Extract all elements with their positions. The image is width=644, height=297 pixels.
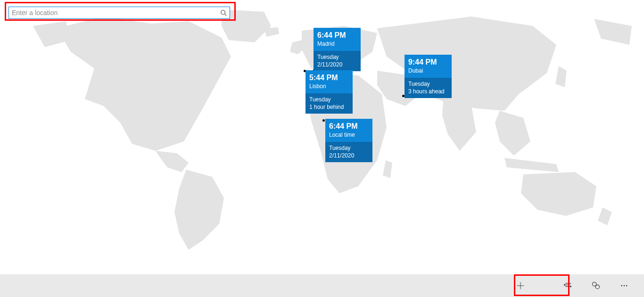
clock-time: 6:44 PM [329, 122, 369, 131]
clock-city: Lisbon [309, 83, 349, 91]
location-search[interactable] [8, 7, 230, 19]
svg-point-8 [595, 285, 599, 289]
location-search-input[interactable] [9, 9, 217, 16]
more-button[interactable] [610, 274, 638, 297]
clock-day: Tuesday [317, 53, 357, 61]
command-bar [0, 274, 644, 297]
svg-point-9 [621, 285, 622, 286]
clock-time: 5:44 PM [309, 73, 349, 82]
clock-card-local[interactable]: 6:44 PMLocal timeTuesday2/11/2020 [325, 119, 372, 162]
svg-point-10 [624, 285, 625, 286]
clock-card-dubai[interactable]: 9:44 PMDubaiTuesday3 hours ahead [405, 55, 452, 98]
clock-city: Dubai [408, 67, 448, 75]
svg-point-0 [221, 10, 225, 15]
clock-detail: 3 hours ahead [408, 88, 448, 95]
clock-day: Tuesday [408, 80, 448, 88]
clock-day: Tuesday [309, 96, 349, 103]
clock-detail: 2/11/2020 [317, 61, 357, 68]
clock-time: 9:44 PM [408, 58, 448, 66]
svg-point-7 [593, 282, 596, 286]
svg-point-11 [626, 285, 627, 286]
clock-time: 6:44 PM [317, 31, 357, 40]
clock-card-madrid[interactable]: 6:44 PMMadridTuesday2/11/2020 [314, 28, 361, 71]
clock-day: Tuesday [329, 144, 369, 152]
clock-detail: 2/11/2020 [329, 152, 369, 159]
clock-city: Madrid [317, 41, 357, 48]
clock-detail: 1 hour behind [309, 103, 349, 111]
clock-city: Local time [329, 132, 369, 139]
convert-button[interactable] [553, 274, 582, 297]
compare-button[interactable] [582, 274, 610, 297]
search-icon[interactable] [217, 9, 230, 16]
clock-card-lisbon[interactable]: 5:44 PMLisbonTuesday1 hour behind [305, 70, 353, 114]
add-clock-button[interactable] [506, 274, 535, 297]
map-pin-local [322, 119, 325, 122]
svg-line-1 [225, 14, 227, 16]
